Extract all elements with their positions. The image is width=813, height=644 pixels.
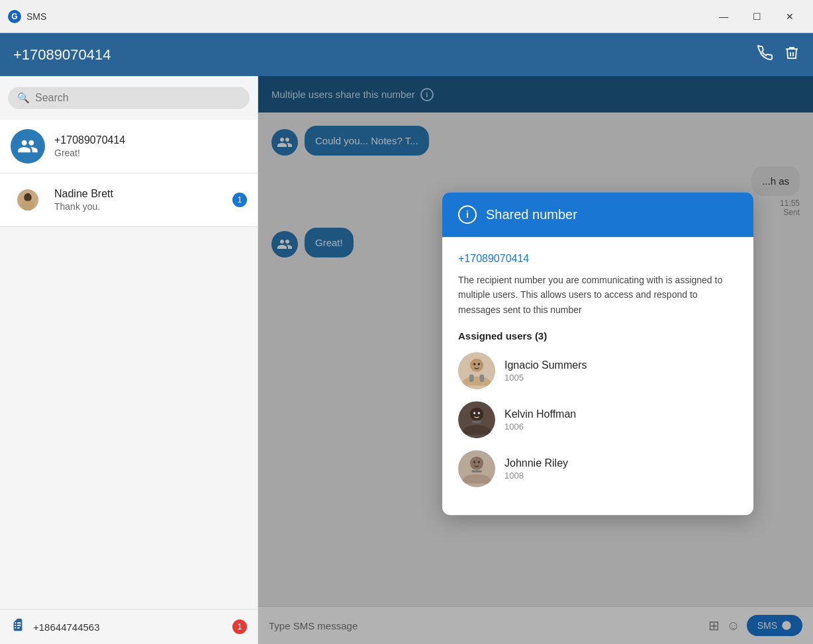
window-controls: — ☐ ✕ [708,6,805,27]
svg-rect-15 [472,420,481,423]
modal-info-icon: i [458,205,477,224]
search-icon: 🔍 [17,92,30,104]
svg-rect-10 [479,375,484,382]
assigned-users-title: Assigned users (3) [458,330,738,342]
user-info: Ignacio Summers 1005 [504,359,587,383]
minimize-button[interactable]: — [708,6,739,27]
avatar [11,183,45,217]
maximize-button[interactable]: ☐ [741,6,772,27]
user-avatar-img [458,352,495,389]
user-avatar-img [458,450,495,487]
assigned-user-row: Johnnie Riley 1008 [458,450,738,487]
search-input[interactable] [35,92,240,104]
sim-icon [11,618,25,636]
user-extension: 1005 [504,373,587,383]
assigned-user-row: Kelvin Hoffman 1006 [458,401,738,438]
user-extension: 1006 [504,422,576,432]
user-name: Kelvin Hoffman [504,408,576,420]
svg-point-12 [470,408,483,421]
svg-point-19 [478,461,480,463]
search-bar: 🔍 [0,76,258,120]
svg-point-14 [478,412,480,414]
conversation-preview: Great! [54,148,247,158]
user-avatar-img [458,401,495,438]
conversation-name: Nadine Brett [54,188,223,200]
user-extension: 1008 [504,471,568,481]
app-header: +17089070414 [0,33,813,76]
app-icon: G [8,10,21,23]
user-info: Kelvin Hoffman 1006 [504,408,576,432]
main-chat: Multiple users share this number i Could… [258,76,813,644]
conversation-preview: Thank you. [54,201,223,212]
search-input-wrap: 🔍 [8,87,250,109]
avatar [11,129,45,163]
group-icon [17,136,38,157]
conversation-list: +17089070414 Great! Nadine Brett Thank [0,120,258,609]
user-avatar [458,401,495,438]
modal-phone-number: +17089070414 [458,253,738,265]
app-title: SMS [26,11,46,22]
svg-point-8 [478,363,480,365]
assigned-user-row: Ignacio Summers 1005 [458,352,738,389]
svg-rect-3 [22,201,34,208]
conversation-info: Nadine Brett Thank you. [54,188,223,212]
user-name: Johnnie Riley [504,457,568,469]
svg-point-6 [470,359,483,372]
shared-number-modal: i Shared number +17089070414 The recipie… [442,192,753,515]
user-info: Johnnie Riley 1008 [504,457,568,481]
contact-avatar [17,189,38,210]
conversation-info: +17089070414 Great! [54,134,247,158]
header-actions [757,45,800,65]
user-avatar [458,450,495,487]
app-body: 🔍 +17089070414 Great! [0,76,813,644]
svg-rect-9 [469,375,474,382]
user-avatar [458,352,495,389]
modal-title: Shared number [486,207,577,222]
modal-description: The recipient number you are communicati… [458,273,738,317]
svg-point-13 [473,412,475,414]
unread-badge: 1 [232,193,247,207]
title-bar: G SMS — ☐ ✕ [0,0,813,33]
modal-body: +17089070414 The recipient number you ar… [442,237,753,515]
modal-header: i Shared number [442,192,753,237]
conversation-name: +17089070414 [54,134,247,146]
svg-rect-20 [471,471,482,473]
close-button[interactable]: ✕ [775,6,805,27]
delete-button[interactable] [784,45,800,65]
conversation-item[interactable]: Nadine Brett Thank you. 1 [0,173,258,227]
call-button[interactable] [757,45,773,65]
notification-badge: 1 [232,620,247,634]
svg-point-18 [473,461,475,463]
sidebar: 🔍 +17089070414 Great! [0,76,258,644]
svg-point-7 [473,363,475,365]
conversation-item[interactable]: +17089070414 Great! [0,120,258,173]
sidebar-bottom: +18644744563 1 [0,609,258,644]
svg-point-1 [24,193,32,202]
svg-point-17 [470,457,483,470]
header-phone-number: +17089070414 [13,46,111,64]
sim-number: +18644744563 [33,621,100,633]
user-name: Ignacio Summers [504,359,587,371]
title-bar-left: G SMS [8,10,46,23]
